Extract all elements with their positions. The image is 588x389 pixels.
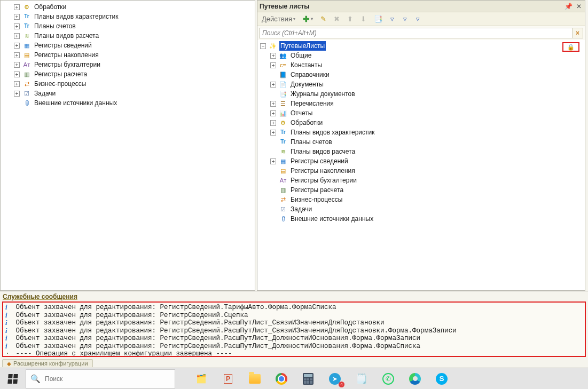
- tree-item[interactable]: ▥Регистры расчета: [2, 69, 255, 79]
- tree-item[interactable]: TrПланы видов характеристик: [2, 12, 255, 21]
- expand-icon[interactable]: [260, 43, 266, 50]
- sort-button[interactable]: 📑: [372, 14, 385, 25]
- app-powerpoint-icon[interactable]: P: [215, 368, 241, 390]
- tree-item[interactable]: 📄Документы: [258, 80, 585, 89]
- right-panel: Путевые листы 📌 ✕ Действия▾ ✚▾ ✎ ✖ ⬆ ⬇ 📑…: [257, 0, 585, 291]
- tree-item[interactable]: c=Константы: [258, 60, 585, 70]
- delete-button[interactable]: ✖: [332, 14, 342, 25]
- expand-icon[interactable]: [270, 100, 277, 107]
- gear-icon: ⚙: [22, 3, 31, 11]
- tree-item[interactable]: ☑Задачи: [2, 89, 255, 98]
- app-explorer-icon[interactable]: [242, 368, 268, 390]
- left-tree-panel: ⚙ОбработкиTrПланы видов характеристикTrП…: [0, 0, 255, 291]
- expand-icon[interactable]: [270, 129, 277, 136]
- expand-icon[interactable]: [13, 23, 20, 30]
- app-edge-icon[interactable]: [402, 368, 428, 390]
- gear-icon: ⚙: [279, 118, 287, 127]
- app-chrome-icon[interactable]: [269, 368, 294, 390]
- tree-item-label: Обработки: [289, 118, 324, 128]
- tree-item[interactable]: 📘Справочники: [258, 70, 585, 80]
- filter1-button[interactable]: ▿: [388, 14, 397, 25]
- tree-item[interactable]: ☑Задачи: [258, 204, 585, 214]
- tree-root[interactable]: ✨ПутевыеЛисты: [258, 41, 585, 51]
- tree-item[interactable]: 🛢Внешние источники данных: [258, 214, 585, 224]
- service-messages-title: Служебные сообщения: [0, 291, 588, 301]
- tree-item[interactable]: AтРегистры бухгалтерии: [258, 176, 585, 185]
- expand-icon[interactable]: [13, 4, 20, 11]
- filter2-button[interactable]: ▿: [401, 14, 410, 25]
- clear-search-button[interactable]: ×: [573, 28, 583, 38]
- db-icon: 🛢: [22, 99, 31, 107]
- expand-icon[interactable]: [270, 62, 277, 69]
- expand-icon[interactable]: [13, 33, 20, 39]
- tree-item[interactable]: ≋Планы видов расчета: [2, 31, 255, 41]
- tree-item[interactable]: TrПланы счетов: [2, 21, 255, 31]
- expand-icon[interactable]: [270, 52, 277, 59]
- tree-item[interactable]: ≋Планы видов расчета: [258, 147, 585, 156]
- tree-item[interactable]: ▦Регистры сведений: [2, 41, 255, 50]
- tree-item[interactable]: ⚙Обработки: [2, 2, 255, 12]
- tree-item-label: Регистры бухгалтерии: [33, 60, 101, 69]
- search-icon: 🔍: [30, 374, 41, 384]
- expand-icon[interactable]: [13, 42, 20, 49]
- right-tree: ✨ПутевыеЛисты👥Общиеc=Константы📘Справочни…: [257, 40, 585, 290]
- edit-button[interactable]: ✎: [318, 14, 328, 25]
- tree-item[interactable]: ▤Регистры накопления: [2, 50, 255, 60]
- actions-menu[interactable]: Действия▾: [260, 14, 297, 25]
- tree-item[interactable]: 📑Журналы документов: [258, 89, 585, 99]
- expand-icon[interactable]: [13, 61, 20, 68]
- start-button[interactable]: [0, 368, 26, 390]
- tree-item[interactable]: ▤Регистры накопления: [258, 166, 585, 176]
- tree-item-label: Регистры расчета: [289, 185, 344, 195]
- at-icon: Aт: [22, 60, 31, 69]
- reg-icon: ▤: [279, 166, 287, 175]
- tree-item-label: Задачи: [289, 204, 313, 214]
- close-icon[interactable]: ✕: [575, 3, 583, 10]
- tree-item[interactable]: ⇄Бизнес-процессы: [258, 195, 585, 204]
- tree-item[interactable]: 🛢Внешние источники данных: [2, 98, 255, 108]
- expand-icon[interactable]: [13, 81, 20, 88]
- expand-icon[interactable]: [270, 120, 277, 126]
- move-down-button[interactable]: ⬇: [358, 14, 369, 25]
- app-calculator-icon[interactable]: [295, 368, 321, 390]
- filter3-button[interactable]: ▿: [413, 14, 423, 25]
- flow-icon: ⇄: [279, 195, 287, 204]
- doc-tab-extensions[interactable]: ◆Расширения конфигурации: [2, 359, 93, 367]
- tt-icon: Tr: [22, 12, 31, 21]
- add-button[interactable]: ✚▾: [301, 14, 315, 25]
- expand-icon[interactable]: [13, 71, 20, 78]
- tree-item[interactable]: TrПланы счетов: [258, 137, 585, 147]
- ar-icon: ≋: [279, 147, 287, 156]
- tree-item[interactable]: ⚙Обработки: [258, 118, 585, 128]
- move-up-button[interactable]: ⬆: [345, 14, 355, 25]
- service-message-line: · ---- Операция с хранилищем конфигураци…: [5, 350, 583, 357]
- tree-item[interactable]: ▥Регистры расчета: [258, 185, 585, 195]
- taskbar-search[interactable]: 🔍Поиск: [26, 369, 175, 388]
- tree-item[interactable]: 📊Отчеты: [258, 108, 585, 118]
- app-whatsapp-icon[interactable]: ✆: [375, 368, 401, 390]
- tree-item[interactable]: ☰Перечисления: [258, 99, 585, 108]
- expand-icon[interactable]: [13, 52, 20, 59]
- tree-item-label: Планы видов характеристик: [289, 128, 375, 137]
- tree-item[interactable]: TrПланы видов характеристик: [258, 128, 585, 137]
- task-icon: ☑: [279, 205, 287, 213]
- expand-icon[interactable]: [270, 110, 277, 117]
- expand-icon[interactable]: [270, 158, 277, 165]
- tree-item-label: Константы: [289, 60, 323, 70]
- app-notes-icon[interactable]: 🗒️: [349, 368, 374, 390]
- right-panel-toolbar: Действия▾ ✚▾ ✎ ✖ ⬆ ⬇ 📑 ▿ ▿ ▿: [257, 12, 585, 26]
- tree-item[interactable]: ⇄Бизнес-процессы: [2, 79, 255, 89]
- app-1c-icon[interactable]: 🗂️: [189, 368, 214, 390]
- expand-icon[interactable]: [13, 13, 20, 20]
- tree-item[interactable]: 👥Общие: [258, 51, 585, 60]
- app-telegram-icon[interactable]: ➤4: [322, 368, 348, 390]
- tree-item[interactable]: AтРегистры бухгалтерии: [2, 60, 255, 69]
- tree-item[interactable]: ▦Регистры сведений: [258, 156, 585, 166]
- service-message-line: i Объект захвачен для редактирования: Ре…: [5, 304, 583, 312]
- app-skype-icon[interactable]: S: [429, 368, 454, 390]
- expand-icon[interactable]: [270, 81, 277, 88]
- tree-item-label: Планы счетов: [33, 21, 77, 31]
- expand-icon[interactable]: [13, 90, 20, 97]
- search-input[interactable]: [259, 28, 573, 38]
- pin-icon[interactable]: 📌: [565, 3, 572, 10]
